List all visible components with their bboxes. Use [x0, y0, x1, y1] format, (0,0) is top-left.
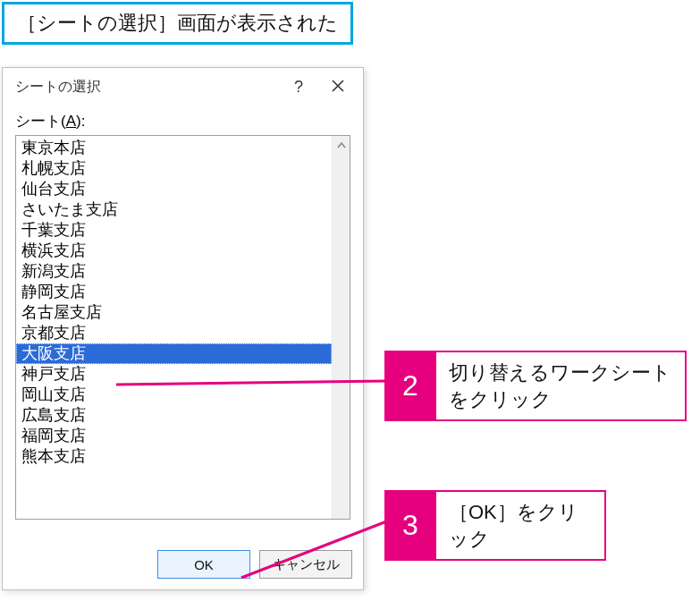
step-text: 切り替えるワークシートをクリック	[436, 351, 687, 421]
step-text: ［OK］をクリック	[436, 490, 606, 561]
svg-line-1	[241, 521, 389, 578]
callout-step-2: 2 切り替えるワークシートをクリック	[384, 351, 687, 421]
step-number: 3	[384, 490, 436, 561]
callout-step-3: 3 ［OK］をクリック	[384, 490, 606, 561]
step-number: 2	[384, 351, 436, 421]
svg-line-0	[116, 381, 387, 385]
